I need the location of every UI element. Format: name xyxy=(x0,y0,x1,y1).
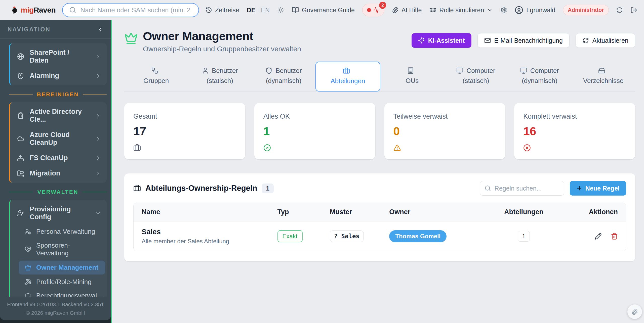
sidebar-item-azure-cloud-cleanup[interactable]: Azure Cloud CleanUp xyxy=(10,127,107,150)
sidebar-item-label: Provisioning Config xyxy=(30,205,90,221)
mail-icon xyxy=(484,37,491,44)
app-logo[interactable]: migRaven xyxy=(10,6,56,15)
theme-toggle-button[interactable] xyxy=(277,7,284,14)
sidebar-item-provisioning-config[interactable]: Provisioning Config xyxy=(10,202,107,225)
monitor-icon xyxy=(456,67,463,74)
main-content: Owner Management Ownership-Regeln und Gr… xyxy=(112,20,644,323)
governance-guide-button[interactable]: Governance Guide xyxy=(292,7,355,14)
chevron-right-icon xyxy=(95,155,101,161)
table-row[interactable]: Sales Alle member der Sales Abteilung Ex… xyxy=(134,221,626,251)
user-menu[interactable]: t.grunwald xyxy=(515,6,555,14)
stat-value: 17 xyxy=(133,124,236,138)
tab-benutzer-statisch[interactable]: Benutzer (statisch) xyxy=(188,62,252,91)
book-open-icon xyxy=(292,7,299,14)
tab-label: (statisch) xyxy=(463,77,489,85)
table-header-row: Name Typ Muster Owner Abteilungen Aktion… xyxy=(134,203,626,221)
user-icon xyxy=(202,67,209,74)
heart-handshake-icon xyxy=(25,246,31,253)
settings-button[interactable] xyxy=(500,7,507,14)
sidebar-item-label: Migration xyxy=(30,169,60,177)
chevron-down-icon xyxy=(487,7,493,13)
col-abteilungen: Abteilungen xyxy=(504,208,543,216)
sidebar-item-label: Azure Cloud CleanUp xyxy=(30,131,90,147)
sidebar-item-label: Profile/Role-Mining xyxy=(36,278,92,286)
tab-verzeichnisse[interactable]: Verzeichnisse xyxy=(572,62,635,91)
nav-header-label: NAVIGATION xyxy=(8,26,51,33)
attachment-fab-button[interactable] xyxy=(627,304,642,319)
section-label: VERWALTEN xyxy=(37,189,78,195)
sidebar-item-alarming[interactable]: Alarming xyxy=(10,68,107,83)
logout-button[interactable] xyxy=(630,7,637,14)
governance-guide-label: Governance Guide xyxy=(302,7,355,14)
tab-gruppen[interactable]: Gruppen xyxy=(124,62,188,91)
tab-computer-statisch[interactable]: Computer (statisch) xyxy=(444,62,508,91)
sidebar-nav-header: NAVIGATION xyxy=(0,20,111,39)
sidebar-item-persona-verwaltung[interactable]: Persona-Verwaltung xyxy=(10,225,107,239)
lang-de[interactable]: DE xyxy=(247,7,256,14)
circle-x-icon xyxy=(523,144,531,152)
chevron-right-icon xyxy=(95,73,101,79)
crown-icon xyxy=(25,264,31,271)
refresh-session-button[interactable] xyxy=(616,7,623,13)
rule-owner-badge[interactable]: Thomas Gomell xyxy=(389,230,447,242)
sidebar-item-active-directory-cleanup[interactable]: Active Directory Cle... xyxy=(10,104,107,127)
tab-label: (statisch) xyxy=(207,77,233,85)
logo-text: migRaven xyxy=(21,6,56,14)
chevron-right-icon xyxy=(95,113,101,119)
tab-abteilungen[interactable]: Abteilungen xyxy=(315,62,380,91)
zeitreise-button[interactable]: Zeitreise xyxy=(206,7,239,14)
sidebar-item-label: Alarming xyxy=(30,72,59,80)
language-switcher[interactable]: DE EN xyxy=(247,7,270,14)
rules-search-input[interactable] xyxy=(495,185,559,192)
frontend-version: Frontend v9.0.26103.1 xyxy=(7,301,60,307)
sidebar-item-label: Active Directory Cle... xyxy=(30,108,90,123)
logo-raven: Raven xyxy=(34,6,56,14)
health-status-button[interactable]: 2 xyxy=(362,4,384,16)
sidebar-item-profile-role-mining[interactable]: Profile/Role-Mining xyxy=(10,275,107,289)
refresh-button[interactable]: Aktualisieren xyxy=(576,33,635,48)
sidebar-item-label: FS CleanUp xyxy=(30,154,68,162)
global-search[interactable] xyxy=(62,3,199,17)
rules-search[interactable] xyxy=(480,181,564,196)
stat-label: Gesamt xyxy=(133,113,236,120)
new-rule-button[interactable]: Neue Regel xyxy=(570,181,626,196)
sidebar-item-sharepoint-daten[interactable]: SharePoint / Daten xyxy=(10,45,107,68)
ki-assistent-button[interactable]: KI-Assistent xyxy=(412,33,471,48)
paperclip-icon xyxy=(392,7,398,13)
email-notification-button[interactable]: E-Mail-Benachrichtigung xyxy=(477,33,570,48)
mask-icon xyxy=(429,7,436,14)
username: t.grunwald xyxy=(526,7,555,14)
sidebar-item-migration[interactable]: Migration xyxy=(10,166,107,181)
edit-pencil-icon[interactable] xyxy=(595,233,602,240)
gear-icon xyxy=(500,7,507,14)
lang-en[interactable]: EN xyxy=(261,7,270,14)
tab-computer-dynamisch[interactable]: Computer (dynamisch) xyxy=(508,62,571,91)
tab-benutzer-dynamisch[interactable]: Benutzer (dynamisch) xyxy=(252,62,315,91)
sidebar-item-fs-cleanup[interactable]: FS CleanUp xyxy=(10,150,107,166)
ai-hilfe-button[interactable]: AI Hilfe xyxy=(392,7,422,14)
chevron-right-icon xyxy=(95,170,101,176)
refresh-label: Aktualisieren xyxy=(592,37,628,44)
row-actions xyxy=(595,233,618,240)
sidebar-item-owner-management[interactable]: Owner Management xyxy=(19,261,105,274)
chevron-right-icon xyxy=(95,136,101,142)
sidebar-panel: NAVIGATION SharePoint / Daten Alarming xyxy=(0,20,111,320)
col-typ: Typ xyxy=(277,208,330,216)
user-cog-icon xyxy=(25,228,31,235)
search-icon xyxy=(485,185,491,192)
briefcase-icon xyxy=(343,67,350,74)
ki-assistent-label: KI-Assistent xyxy=(428,37,465,44)
tab-label-top: Computer xyxy=(530,67,559,75)
section-label: BEREINIGEN xyxy=(37,91,79,98)
rolle-simulieren-dropdown[interactable]: Rolle simulieren xyxy=(429,7,493,14)
collapse-sidebar-icon[interactable] xyxy=(97,26,103,33)
sidebar-item-sponsoren-verwaltung[interactable]: Sponsoren-Verwaltung xyxy=(10,239,107,260)
history-icon xyxy=(206,7,212,13)
delete-trash-icon[interactable] xyxy=(611,233,618,240)
stat-label: Alles OK xyxy=(263,113,366,120)
workflow-icon xyxy=(151,67,158,74)
tab-label-top: Benutzer xyxy=(212,67,238,75)
global-search-input[interactable] xyxy=(80,6,192,14)
sidebar-item-berechtigungsverwaltung[interactable]: Berechtigungsverwal... xyxy=(10,289,107,297)
tab-ous[interactable]: OUs xyxy=(380,62,444,91)
